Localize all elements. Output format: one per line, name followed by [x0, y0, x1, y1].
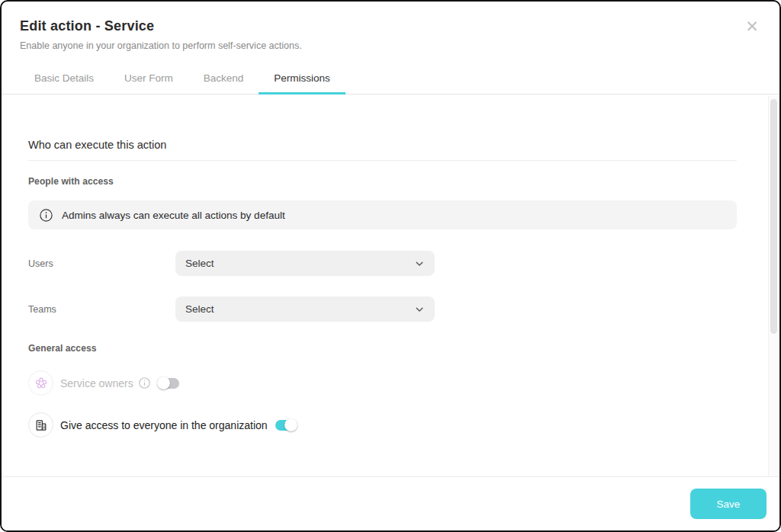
general-access-label: General access [28, 343, 737, 354]
close-icon[interactable]: ✕ [743, 18, 761, 37]
admins-info-text: Admins always can execute all actions by… [62, 210, 285, 221]
permissions-panel: Who can execute this action People with … [2, 95, 779, 476]
info-icon [40, 209, 53, 222]
people-with-access-label: People with access [28, 176, 737, 187]
save-button[interactable]: Save [690, 489, 767, 519]
everyone-access-label: Give access to everyone in the organizat… [60, 419, 268, 431]
users-label: Users [28, 258, 175, 269]
tab-bar: Basic Details User Form Backend Permissi… [2, 65, 779, 95]
service-owners-toggle[interactable] [157, 377, 180, 390]
team-cluster-icon [28, 370, 53, 396]
page-subtitle: Enable anyone in your organization to pe… [20, 40, 761, 51]
service-owners-label: Service owners [60, 377, 133, 389]
everyone-access-row: Give access to everyone in the organizat… [28, 412, 737, 437]
tab-permissions[interactable]: Permissions [259, 65, 346, 95]
section-divider [28, 160, 737, 161]
teams-select[interactable]: Select [175, 296, 435, 322]
info-icon[interactable] [139, 377, 150, 389]
modal-header: Edit action - Service Enable anyone in y… [2, 2, 779, 51]
scrollbar-track[interactable] [768, 96, 779, 476]
teams-select-value: Select [185, 303, 214, 315]
users-select-value: Select [185, 258, 214, 269]
modal-footer: Save [2, 476, 779, 530]
users-field-row: Users Select [28, 251, 737, 276]
service-owners-row: Service owners [28, 370, 737, 396]
users-select[interactable]: Select [175, 251, 435, 276]
organization-building-icon [28, 412, 53, 437]
tab-backend[interactable]: Backend [188, 65, 259, 95]
everyone-access-toggle[interactable] [275, 418, 297, 432]
teams-label: Teams [28, 304, 175, 315]
teams-field-row: Teams Select [28, 296, 737, 322]
chevron-down-icon [414, 304, 425, 315]
tab-user-form[interactable]: User Form [109, 65, 188, 95]
tab-basic-details[interactable]: Basic Details [19, 65, 109, 95]
admins-info-banner: Admins always can execute all actions by… [28, 200, 737, 229]
edit-action-modal: Edit action - Service Enable anyone in y… [0, 0, 781, 532]
scrollbar-thumb[interactable] [770, 99, 777, 334]
section-title: Who can execute this action [28, 139, 737, 151]
page-title: Edit action - Service [20, 18, 761, 34]
chevron-down-icon [414, 258, 425, 269]
